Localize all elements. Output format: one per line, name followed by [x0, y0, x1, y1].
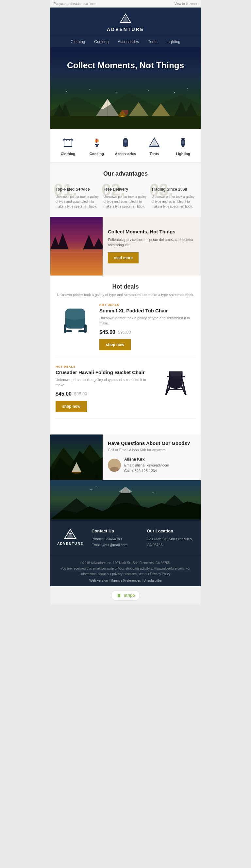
- footer-location-title: Our Location: [147, 528, 195, 533]
- footer-location-address: 120 Utah St., San Francisco, CA 98765: [147, 536, 195, 548]
- svg-line-36: [149, 146, 150, 147]
- deal-image-2: [156, 365, 195, 398]
- contact-phone: Call + 800-123-1234: [124, 468, 169, 474]
- footer-logo-icon: [56, 528, 85, 542]
- chair-svg-2: [160, 367, 192, 396]
- footer-hero-image: [50, 480, 201, 521]
- footer-bottom: ©2018 Adventure Inc. 120 Utah St., San F…: [50, 556, 201, 586]
- clothing-label: Clothing: [54, 152, 82, 156]
- svg-marker-16: [50, 93, 201, 116]
- hero-title: Collect Moments, Not Things: [57, 60, 194, 70]
- deal-desc-1: Unknown printer took a galley of type an…: [99, 315, 195, 326]
- accessories-label: Accessories: [111, 152, 140, 156]
- category-cooking[interactable]: Cooking: [82, 135, 111, 156]
- banner-content: Collect Moments, Not Things Pellentesque…: [103, 217, 201, 276]
- svg-rect-27: [96, 145, 98, 147]
- contact-person: Alisha Kirk Email: alisha_kirk@adv.com C…: [108, 456, 195, 474]
- footer-notice: You are receiving this email because of …: [56, 566, 195, 577]
- svg-rect-62: [181, 376, 185, 377]
- lake-scene-svg: [50, 217, 103, 276]
- svg-rect-3: [50, 116, 201, 129]
- advantages-section: Our advantages 01. Top-Rated Service Unk…: [50, 162, 201, 217]
- preheader-left: Put your preheader text here: [54, 2, 95, 5]
- deal-item-2: HOT DEALS Crusader Hawaii Folding Bucket…: [56, 365, 195, 419]
- cooking-icon: [89, 135, 104, 150]
- nav-cooking[interactable]: Cooking: [89, 36, 113, 47]
- contact-section: Have Questions About Our Goods? Call or …: [50, 434, 201, 480]
- contact-subtitle: Call or Email Alisha Kirk for answers.: [108, 448, 195, 452]
- category-lighting[interactable]: Lighting: [169, 135, 197, 156]
- footer-copyright: ©2018 Adventure Inc. 120 Utah St., San F…: [56, 560, 195, 566]
- deal-name-1: Summit XL Padded Tub Chair: [99, 308, 195, 313]
- adv-heading-2: Free Delivery: [104, 187, 148, 192]
- deal-price-1: $45.00 $95.00: [99, 330, 195, 335]
- advantage-3: 03. Trading Since 2008 Unknown printer t…: [151, 184, 195, 209]
- banner-title: Collect Moments, Not Things: [108, 229, 195, 235]
- svg-rect-55: [78, 330, 85, 332]
- nav-lighting[interactable]: Lighting: [162, 36, 185, 47]
- categories-section: Clothing Cooking: [50, 129, 201, 162]
- adv-text-2: Unknown printer took a galley of type an…: [104, 194, 148, 209]
- svg-marker-79: [67, 531, 74, 538]
- tents-icon: [147, 135, 162, 150]
- svg-rect-61: [167, 376, 171, 377]
- svg-point-18: [89, 89, 90, 89]
- footer-unsubscribe-link[interactable]: Unsubscribe: [143, 579, 162, 582]
- svg-point-30: [124, 140, 127, 143]
- nav-tents[interactable]: Tents: [143, 36, 162, 47]
- category-tents[interactable]: Tents: [140, 135, 169, 156]
- hero-section: Collect Moments, Not Things: [50, 47, 201, 129]
- price-current-2: $45.00: [56, 391, 72, 397]
- shop-now-button-1[interactable]: shop now: [99, 339, 131, 350]
- tents-label: Tents: [140, 152, 169, 156]
- footer-contact-phone: Phone: 123456789: [91, 536, 140, 542]
- hot-deals-subtitle: Unknown printer took a galley of type an…: [56, 293, 195, 297]
- nav-clothing[interactable]: Clothing: [66, 36, 89, 47]
- chair-svg-1: [59, 305, 91, 334]
- contact-image: [50, 434, 103, 480]
- advantages-title: Our advantages: [56, 170, 195, 177]
- contact-name: Alisha Kirk: [124, 456, 169, 463]
- hot-deals-title: Hot deals: [56, 283, 195, 290]
- footer-logo: ADVENTURE: [56, 528, 85, 546]
- main-nav: Clothing Cooking Accessories Tents Light…: [50, 36, 201, 47]
- advantage-2: 02. Free Delivery Unknown printer took a…: [104, 184, 148, 209]
- footer-contact-title: Contact Us: [91, 528, 140, 533]
- adv-text-3: Unknown printer took a galley of type an…: [151, 194, 195, 209]
- footer: ADVENTURE Contact Us Phone: 123456789 Em…: [50, 521, 201, 556]
- logo-mountain-icon: [54, 13, 197, 26]
- footer-logo-text: ADVENTURE: [56, 542, 85, 546]
- shop-now-button-2[interactable]: shop now: [56, 401, 87, 412]
- contact-title: Have Questions About Our Goods?: [108, 440, 195, 446]
- price-old-2: $95.00: [74, 392, 87, 396]
- category-accessories[interactable]: Accessories: [111, 135, 140, 156]
- deal-image-1: [56, 303, 95, 336]
- svg-rect-38: [182, 138, 185, 140]
- svg-point-22: [187, 89, 188, 89]
- svg-marker-33: [152, 138, 157, 146]
- price-current-1: $45.00: [99, 330, 115, 335]
- svg-point-41: [182, 141, 185, 144]
- banner-description: Pellentesque vitaeLorem ipsum dol amet, …: [108, 237, 195, 248]
- category-clothing[interactable]: Clothing: [54, 135, 82, 156]
- hot-deals-section: Hot deals Unknown printer took a galley …: [50, 276, 201, 434]
- deal-tag-2: HOT DEALS: [56, 365, 152, 368]
- footer-preferences-link[interactable]: Manage Preferences: [110, 579, 141, 582]
- contact-info: Have Questions About Our Goods? Call or …: [103, 434, 201, 480]
- footer-webversion-link[interactable]: Web Version: [89, 579, 108, 582]
- read-more-button[interactable]: read more: [108, 252, 139, 264]
- logo-section: ADVENTURE: [50, 7, 201, 36]
- banner-image: [50, 217, 103, 276]
- adv-text-1: Unknown printer took a galley of type an…: [56, 194, 100, 209]
- svg-marker-1: [122, 16, 129, 23]
- stripo-badge[interactable]: stripo: [111, 590, 140, 601]
- view-in-browser-link[interactable]: View in browser: [174, 2, 197, 5]
- svg-point-71: [110, 467, 119, 472]
- accessories-icon: [118, 135, 133, 150]
- lighting-icon: [176, 135, 190, 150]
- svg-rect-24: [65, 139, 71, 140]
- nav-accessories[interactable]: Accessories: [113, 36, 143, 47]
- hero-scene-svg: [50, 87, 201, 129]
- footer-links: Web Version | Manage Preferences | Unsub…: [56, 579, 195, 582]
- svg-point-21: [174, 92, 175, 93]
